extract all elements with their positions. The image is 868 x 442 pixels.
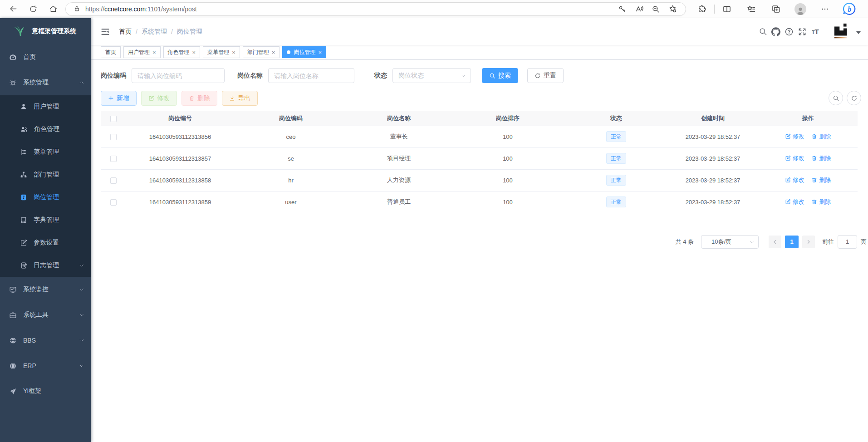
sidebar-item-role-management[interactable]: 角色管理 <box>0 118 91 141</box>
collections-button[interactable] <box>768 2 784 16</box>
fullscreen-icon <box>798 27 807 36</box>
help-doc-button[interactable] <box>783 26 795 38</box>
add-button[interactable]: 新增 <box>101 91 137 106</box>
user-icon <box>20 103 27 110</box>
tab-close-icon[interactable]: × <box>318 49 322 55</box>
font-size-button[interactable]: TT <box>809 26 821 38</box>
row-edit-link[interactable]: 修改 <box>785 176 804 184</box>
row-delete-link[interactable]: 删除 <box>811 176 831 184</box>
tab-home[interactable]: 首页 <box>101 46 121 58</box>
fullscreen-button[interactable] <box>796 26 808 38</box>
row-edit-link[interactable]: 修改 <box>785 198 804 206</box>
sidebar-item-label: 岗位管理 <box>34 193 84 201</box>
sidebar-item-post-management[interactable]: 岗位管理 <box>0 186 91 209</box>
sidebar-item-menu-management[interactable]: 菜单管理 <box>0 141 91 163</box>
edit-link-label: 修改 <box>793 154 804 162</box>
zoom-out-button[interactable] <box>649 3 662 15</box>
row-checkbox[interactable] <box>110 199 117 206</box>
sidebar-item-bbs[interactable]: BBS <box>0 328 91 353</box>
sidebar-item-user-management[interactable]: 用户管理 <box>0 95 91 118</box>
edit-button[interactable]: 修改 <box>141 91 177 106</box>
toggle-search-button[interactable] <box>829 91 843 105</box>
password-key-button[interactable] <box>615 3 629 15</box>
table-row[interactable]: 1641030593112313857 se 项目经理 100 正常 2023-… <box>101 147 858 169</box>
tab-close-icon[interactable]: × <box>192 49 196 55</box>
breadcrumb: 首页 / 系统管理 / 岗位管理 <box>119 28 202 36</box>
row-edit-link[interactable]: 修改 <box>785 154 804 162</box>
extensions-button[interactable] <box>694 2 710 16</box>
row-checkbox[interactable] <box>110 134 117 140</box>
sidebar-item-yi-framework[interactable]: Yi框架 <box>0 378 91 404</box>
refresh-table-button[interactable] <box>847 91 861 105</box>
split-screen-button[interactable] <box>719 2 735 16</box>
delete-button[interactable]: 删除 <box>181 91 217 106</box>
sidebar-item-param-settings[interactable]: 参数设置 <box>0 231 91 254</box>
edit-link-label: 修改 <box>793 198 804 206</box>
row-checkbox[interactable] <box>110 177 117 184</box>
status-badge: 正常 <box>606 153 626 164</box>
github-link[interactable] <box>770 26 782 38</box>
sidebar-submenu-system: 用户管理 角色管理 菜单管理 部门管理 岗位管理 字典管理 <box>0 95 91 277</box>
goto-page-input[interactable] <box>838 235 857 249</box>
select-all-checkbox[interactable] <box>110 116 117 122</box>
tab-close-icon[interactable]: × <box>272 49 275 55</box>
add-favorite-button[interactable] <box>666 3 679 15</box>
sidebar-item-system-monitor[interactable]: 系统监控 <box>0 277 91 302</box>
reset-button-label: 重置 <box>544 72 556 80</box>
edit-icon <box>148 95 154 101</box>
page-number-button[interactable]: 1 <box>785 236 799 248</box>
browser-profile-button[interactable] <box>793 2 808 16</box>
export-button[interactable]: 导出 <box>222 91 258 106</box>
breadcrumb-system[interactable]: 系统管理 <box>142 28 167 36</box>
tab-user-management[interactable]: 用户管理× <box>123 46 161 58</box>
browser-home-button[interactable] <box>45 2 61 16</box>
tab-close-icon[interactable]: × <box>232 49 235 55</box>
tab-dept-management[interactable]: 部门管理× <box>243 46 280 58</box>
browser-refresh-button[interactable] <box>25 2 41 16</box>
breadcrumb-home[interactable]: 首页 <box>119 28 132 36</box>
address-bar[interactable]: https://ccnetcore.com:1101/system/post <box>65 2 686 16</box>
table-row[interactable]: 1641030593112313859 user 普通员工 100 正常 202… <box>101 191 858 213</box>
chevron-down-icon <box>461 73 466 79</box>
sidebar-collapse-button[interactable] <box>98 25 113 39</box>
tab-post-management[interactable]: 岗位管理× <box>282 46 326 58</box>
row-edit-link[interactable]: 修改 <box>785 133 804 141</box>
row-delete-link[interactable]: 删除 <box>811 198 831 206</box>
sidebar-item-home[interactable]: 首页 <box>0 44 91 70</box>
status-select[interactable]: 岗位状态 <box>392 68 471 83</box>
post-code-input[interactable] <box>132 68 225 83</box>
tab-menu-management[interactable]: 菜单管理× <box>203 46 240 58</box>
edit-link-label: 修改 <box>793 133 804 141</box>
row-delete-link[interactable]: 删除 <box>811 133 831 141</box>
user-avatar-menu[interactable] <box>833 23 861 41</box>
sidebar-item-dict-management[interactable]: 字典管理 <box>0 209 91 231</box>
export-button-label: 导出 <box>238 94 250 103</box>
sidebar-item-system-management[interactable]: 系统管理 <box>0 70 91 95</box>
read-aloud-button[interactable] <box>632 3 646 15</box>
logo[interactable]: 意框架管理系统 <box>0 18 91 44</box>
sidebar-item-system-tools[interactable]: 系统工具 <box>0 302 91 328</box>
prev-page-button[interactable] <box>769 236 781 248</box>
reset-button[interactable]: 重置 <box>527 68 564 83</box>
table-row[interactable]: 1641030593112313858 hr 人力资源 100 正常 2023-… <box>101 169 858 191</box>
tab-role-management[interactable]: 角色管理× <box>163 46 201 58</box>
bing-chat-button[interactable]: b <box>842 2 857 16</box>
search-button[interactable]: 搜索 <box>482 68 518 83</box>
toolbar-divider <box>714 5 715 14</box>
page-size-select[interactable]: 10条/页 <box>701 235 759 249</box>
next-page-button[interactable] <box>802 236 815 248</box>
browser-menu-button[interactable] <box>817 2 833 16</box>
favorites-button[interactable] <box>744 2 759 16</box>
row-delete-link[interactable]: 删除 <box>811 154 831 162</box>
post-name-input[interactable] <box>268 68 354 83</box>
search-icon <box>833 95 839 102</box>
tab-close-icon[interactable]: × <box>152 49 156 55</box>
sidebar-item-log-management[interactable]: 日志管理 <box>0 254 91 277</box>
header-search-button[interactable] <box>757 26 769 38</box>
sidebar-item-erp[interactable]: ERP <box>0 353 91 378</box>
row-checkbox[interactable] <box>110 156 117 162</box>
table-row[interactable]: 1641030593112313856 ceo 董事长 100 正常 2023-… <box>101 126 858 147</box>
download-icon <box>229 95 235 101</box>
browser-back-button[interactable] <box>5 2 21 16</box>
sidebar-item-dept-management[interactable]: 部门管理 <box>0 163 91 186</box>
